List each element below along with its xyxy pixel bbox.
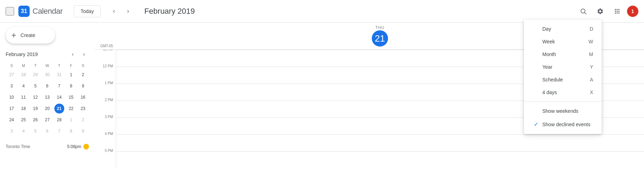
mini-cal-day[interactable]: 18	[18, 103, 30, 114]
dropdown-shortcut: W	[589, 39, 593, 44]
mini-cal-day[interactable]: 4	[18, 125, 30, 137]
mini-cal-nav: ‹ ›	[68, 49, 89, 59]
header-icons: 1	[576, 4, 638, 18]
dropdown-item-label: 4 days	[542, 90, 557, 95]
mini-cal-day[interactable]: 22	[65, 103, 77, 114]
mini-cal-day[interactable]: 29	[29, 69, 41, 80]
mini-cal-day[interactable]: 30	[41, 69, 53, 80]
header-title: February 2019	[144, 7, 195, 16]
mini-cal-day[interactable]: 5	[29, 80, 41, 92]
mini-cal-day[interactable]: 2	[77, 69, 89, 80]
mini-cal-day[interactable]: 9	[77, 125, 89, 137]
mini-next-button[interactable]: ›	[79, 49, 89, 59]
mini-col-header-thu: T	[53, 62, 65, 69]
time-label: 3 PM	[95, 115, 116, 134]
mini-cal-day[interactable]: 23	[77, 103, 89, 114]
mini-cal-day[interactable]: 12	[29, 92, 41, 103]
mini-cal-day[interactable]: 28	[18, 69, 30, 80]
mini-cal-day[interactable]: 17	[6, 103, 18, 114]
mini-cal-day[interactable]: 3	[6, 80, 18, 92]
dropdown-item-label: Week	[542, 39, 555, 44]
dropdown-checkable-item[interactable]: Show weekends	[524, 105, 602, 117]
time-label: 4 PM	[95, 132, 116, 151]
view-dropdown-menu: Day D Week W Month M Year Y Schedule A 4…	[524, 20, 602, 134]
mini-cal-day[interactable]: 1	[65, 114, 77, 125]
day-name: THU	[375, 25, 384, 30]
time-cell[interactable]	[116, 134, 644, 151]
mini-cal-day[interactable]: 24	[6, 114, 18, 125]
dropdown-view-item[interactable]: Month M	[524, 48, 602, 61]
sun-icon	[83, 144, 89, 149]
mini-cal-day[interactable]: 28	[53, 114, 65, 125]
day-number: 21	[372, 30, 388, 47]
time-cell[interactable]	[116, 151, 644, 168]
dropdown-view-item[interactable]: Schedule A	[524, 73, 602, 86]
dropdown-checkable-label: Show declined events	[542, 122, 590, 127]
apps-button[interactable]	[610, 4, 624, 18]
create-plus-icon: +	[11, 31, 16, 39]
timezone-row: Toronto Time 5:08pm	[6, 142, 89, 151]
logo-container: 31 Calendar	[18, 6, 62, 17]
mini-cal-day[interactable]: 1	[65, 69, 77, 80]
mini-cal-day[interactable]: 27	[6, 69, 18, 80]
mini-col-header-fri: F	[65, 62, 77, 69]
menu-button[interactable]	[6, 7, 14, 16]
app-header: 31 Calendar Today ‹ › February 2019 1	[0, 0, 644, 23]
mini-cal-day[interactable]: 25	[18, 114, 30, 125]
header-left: 31 Calendar Today ‹ › February 2019	[6, 5, 195, 18]
timezone-time: 5:08pm	[67, 144, 81, 149]
mini-cal-day[interactable]: 9	[77, 80, 89, 92]
dropdown-shortcut: D	[590, 26, 593, 32]
mini-cal-day[interactable]: 21	[53, 103, 65, 114]
mini-cal-day[interactable]: 26	[29, 114, 41, 125]
prev-button[interactable]: ‹	[108, 5, 120, 18]
mini-cal-day[interactable]: 7	[53, 80, 65, 92]
mini-cal-day[interactable]: 10	[6, 92, 18, 103]
dropdown-checkable-item[interactable]: ✓ Show declined events	[524, 117, 602, 131]
dropdown-view-item[interactable]: 4 days X	[524, 86, 602, 99]
mini-cal-day[interactable]: 11	[18, 92, 30, 103]
timezone-label: Toronto Time	[6, 144, 30, 149]
settings-button[interactable]	[593, 4, 607, 18]
mini-cal-day[interactable]: 14	[53, 92, 65, 103]
dropdown-view-item[interactable]: Year Y	[524, 61, 602, 73]
mini-cal-day[interactable]: 13	[41, 92, 53, 103]
mini-cal-day[interactable]: 31	[53, 69, 65, 80]
mini-cal-day[interactable]: 4	[18, 80, 30, 92]
mini-cal-day[interactable]: 19	[29, 103, 41, 114]
today-button[interactable]: Today	[74, 5, 100, 17]
dropdown-divider	[524, 102, 602, 102]
dropdown-checkable-label: Show weekends	[542, 108, 578, 114]
mini-cal-day[interactable]: 3	[6, 125, 18, 137]
mini-cal-day[interactable]: 27	[41, 114, 53, 125]
dropdown-view-item[interactable]: Week W	[524, 35, 602, 48]
mini-col-header-tue: T	[29, 62, 41, 69]
mini-cal-day[interactable]: 15	[65, 92, 77, 103]
search-button[interactable]	[576, 4, 590, 18]
mini-cal-day[interactable]: 6	[41, 125, 53, 137]
dropdown-shortcut: Y	[590, 64, 593, 70]
create-button[interactable]: + Create	[6, 27, 55, 44]
time-label: 12 PM	[95, 64, 116, 84]
app-logo: 31	[18, 6, 30, 17]
mini-cal-day[interactable]: 8	[65, 80, 77, 92]
mini-cal-day[interactable]: 20	[41, 103, 53, 114]
mini-col-header-sun: S	[6, 62, 18, 69]
mini-cal-day[interactable]: 6	[41, 80, 53, 92]
time-label: 2 PM	[95, 98, 116, 117]
time-label: 1 PM	[95, 81, 116, 100]
avatar[interactable]: 1	[627, 6, 638, 17]
mini-cal-day[interactable]: 5	[29, 125, 41, 137]
mini-cal-day[interactable]: 16	[77, 92, 89, 103]
svg-point-0	[581, 9, 585, 13]
mini-cal-day[interactable]: 7	[53, 125, 65, 137]
mini-col-header-mon: M	[18, 62, 30, 69]
mini-cal-day[interactable]: 8	[65, 125, 77, 137]
mini-prev-button[interactable]: ‹	[68, 49, 78, 59]
check-icon: ✓	[532, 121, 539, 128]
mini-cal-day[interactable]: 2	[77, 114, 89, 125]
dropdown-view-item[interactable]: Day D	[524, 23, 602, 35]
next-button[interactable]: ›	[122, 5, 135, 18]
dropdown-shortcut: X	[590, 90, 593, 95]
dropdown-item-label: Month	[542, 51, 556, 57]
